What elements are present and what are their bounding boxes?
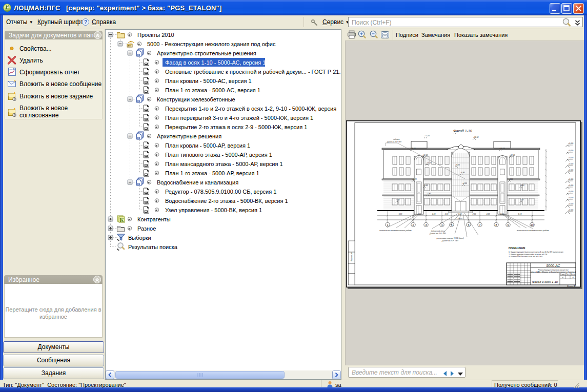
svg-text:+0,00: +0,00 bbox=[568, 202, 574, 205]
svg-text:План 1-го этажа - 5000-АР, вер: План 1-го этажа - 5000-АР, версия 1 bbox=[165, 170, 259, 176]
svg-text:2: 2 bbox=[412, 223, 414, 226]
svg-text:-0,15: -0,15 bbox=[520, 199, 524, 201]
svg-text:Далее по Л.Р. 78Л: Далее по Л.Р. 78Л bbox=[429, 233, 446, 235]
svg-text:3: 3 bbox=[425, 223, 427, 226]
svg-text:+16,50: +16,50 bbox=[473, 136, 479, 138]
svg-text:+0,00: +0,00 bbox=[568, 162, 574, 165]
svg-text:+13,13: +13,13 bbox=[410, 148, 416, 150]
svg-text:2. Реконструкция балконной в о: 2. Реконструкция балконной в осях по л.Р… bbox=[509, 254, 547, 256]
svg-text:+0,00: +0,00 bbox=[568, 169, 574, 171]
svg-text:+0,00: +0,00 bbox=[568, 209, 574, 211]
svg-text:Узел управления - 5000-ВК, вер: Узел управления - 5000-ВК, версия 1 bbox=[165, 207, 262, 213]
svg-text:Стадия: Стадия bbox=[560, 273, 565, 275]
svg-text:6: 6 bbox=[468, 223, 469, 226]
svg-text:Редуктор - 078.505.9.0100.00 С: Редуктор - 078.505.9.0100.00 СБ, версия … bbox=[165, 189, 276, 195]
svg-text:План перекрытий 3-го и 4-го эт: План перекрытий 3-го и 4-го этажей - 500… bbox=[165, 115, 313, 121]
svg-text:План 1-го этажа - 5000-АС, вер: План 1-го этажа - 5000-АС, версия 1 bbox=[165, 87, 260, 93]
svg-text:Фасад в осях 1-10 - 5000-АС, в: Фасад в осях 1-10 - 5000-АС, версия 1 bbox=[165, 59, 266, 66]
svg-text:надпись: надпись bbox=[393, 138, 400, 140]
svg-text:+4,20: +4,20 bbox=[509, 178, 513, 180]
svg-text:+12,40: +12,40 bbox=[510, 154, 515, 156]
svg-text:+17,00: +17,00 bbox=[424, 135, 430, 137]
svg-text:План мансардного этажа - 5000-: План мансардного этажа - 5000-АР, версия… bbox=[165, 161, 283, 167]
svg-text:+0,00: +0,00 bbox=[568, 184, 574, 187]
svg-text:+11,70: +11,70 bbox=[426, 162, 431, 164]
svg-text:Разное: Разное bbox=[137, 225, 156, 232]
svg-text:+3,60: +3,60 bbox=[423, 184, 428, 187]
svg-text:?: ? bbox=[84, 19, 87, 25]
svg-text:2,90: 2,90 bbox=[444, 213, 449, 215]
svg-text:10: 10 bbox=[531, 223, 534, 226]
svg-text:выполнение косметических работ: выполнение косметических работ bbox=[517, 230, 549, 232]
svg-text:+0,00: +0,00 bbox=[568, 149, 574, 152]
svg-text:7: 7 bbox=[479, 223, 480, 226]
svg-text:+0,00: +0,00 bbox=[568, 142, 574, 145]
svg-text:Далее по Л.Р. 78Л: Далее по Л.Р. 78Л bbox=[387, 141, 401, 143]
svg-text:-0,15: -0,15 bbox=[396, 199, 400, 201]
svg-text:+13,13: +13,13 bbox=[499, 148, 505, 150]
svg-text:1. Существующие балконные плит: 1. Существующие балконные плиты 1 оси 2,… bbox=[509, 251, 563, 253]
svg-text:Перекрытия 1-го и 2-го этажей: Перекрытия 1-го и 2-го этажей в осях 1-2… bbox=[165, 106, 336, 112]
svg-text:Выборки: Выборки bbox=[128, 235, 151, 241]
svg-text:Р: Р bbox=[562, 276, 563, 279]
svg-text:+0,00: +0,00 bbox=[568, 156, 574, 159]
svg-text:+8,00: +8,00 bbox=[455, 164, 460, 166]
svg-text:Результаты поиска: Результаты поиска bbox=[128, 244, 178, 250]
svg-text:3,00: 3,00 bbox=[418, 213, 421, 215]
svg-text:8: 8 bbox=[495, 223, 497, 226]
svg-text:+0,00: +0,00 bbox=[568, 196, 574, 199]
svg-text:+0,00: +0,00 bbox=[568, 190, 574, 193]
svg-text:выполнение косметических работ: выполнение косметических работ bbox=[379, 230, 412, 232]
svg-text:План кровли - 5000-АС, версия: План кровли - 5000-АС, версия 1 bbox=[165, 78, 252, 84]
svg-text:Архитектурно-строительные реше: Архитектурно-строительные решения bbox=[157, 50, 256, 56]
svg-text:9: 9 bbox=[507, 223, 509, 226]
svg-text:Далее по Л.Р. 78Л: Далее по Л.Р. 78Л bbox=[441, 240, 458, 242]
svg-text:5000 - Реконструкция нежилого: 5000 - Реконструкция нежилого здания под… bbox=[147, 41, 276, 47]
svg-text:Фасад в осях 1-10: Фасад в осях 1-10 bbox=[532, 280, 558, 283]
svg-text:добавный леса: добавный леса bbox=[431, 230, 445, 232]
svg-text:Контрагенты: Контрагенты bbox=[137, 216, 171, 222]
svg-text:4,38: 4,38 bbox=[487, 213, 490, 215]
svg-text:Формат А3: Формат А3 bbox=[351, 252, 353, 261]
svg-text:Водоснабжение 2-го этажа - 500: Водоснабжение 2-го этажа - 5000-ВК, верс… bbox=[165, 198, 288, 204]
svg-text:5000-АС: 5000-АС bbox=[546, 264, 560, 267]
svg-text:Основные требование к проектно: Основные требование к проектной и рабоче… bbox=[165, 69, 341, 75]
svg-text:+12,40: +12,40 bbox=[422, 154, 428, 156]
svg-text:Архитектурные решения: Архитектурные решения bbox=[157, 133, 221, 139]
svg-text:3. Балконная альбома балк. по: 3. Балконная альбома балк. по л.Р-78Л. bbox=[509, 256, 543, 258]
svg-text:+4,33: +4,33 bbox=[462, 182, 467, 184]
svg-text:Проекты 2010: Проекты 2010 bbox=[137, 32, 174, 38]
svg-text:ПРИМЕЧАНИЯ: ПРИМЕЧАНИЯ bbox=[509, 247, 525, 250]
svg-text:6,18: 6,18 bbox=[399, 213, 402, 215]
svg-text:+1,40: +1,40 bbox=[427, 193, 431, 195]
svg-text:Листов: Листов bbox=[571, 273, 576, 275]
svg-text:2,90: 2,90 bbox=[472, 213, 476, 215]
svg-text:6,18: 6,18 bbox=[518, 213, 522, 215]
svg-text:Винир АС: Винир АС bbox=[567, 285, 576, 287]
svg-text:Перекрытие 2-го этажа в осях 2: Перекрытие 2-го этажа в осях 2-9 - 5000-… bbox=[165, 124, 307, 130]
svg-text:1: 1 bbox=[387, 223, 388, 226]
svg-text:Водоснабжение и канализация: Водоснабжение и канализация bbox=[157, 179, 238, 185]
svg-text:+6,40: +6,40 bbox=[460, 172, 465, 174]
svg-text:Конструкции железобетонные: Конструкции железобетонные bbox=[157, 96, 235, 102]
svg-text:План кровли - 5000-АР, версия: План кровли - 5000-АР, версия 1 bbox=[165, 142, 250, 149]
svg-text:Лист: Лист bbox=[566, 273, 570, 275]
svg-text:+4,20: +4,20 bbox=[412, 178, 417, 180]
svg-text:4: 4 bbox=[441, 223, 442, 226]
svg-text:установка навеса 1 (СБ быт): установка навеса 1 (СБ быт) bbox=[436, 237, 464, 239]
svg-text:4,38: 4,38 bbox=[432, 213, 436, 215]
svg-text:+3,60: +3,60 bbox=[520, 184, 524, 187]
svg-text:+0,00: +0,00 bbox=[568, 178, 574, 180]
svg-text:+16,80: +16,80 bbox=[454, 131, 459, 133]
svg-text:офис г.ЦАО г.Москва, ул.Баграт: офис г.ЦАО г.Москва, ул.Багратионовская … bbox=[530, 271, 576, 273]
svg-text:План типового этажа - 5000-АР,: План типового этажа - 5000-АР, версия 1 bbox=[165, 152, 272, 158]
